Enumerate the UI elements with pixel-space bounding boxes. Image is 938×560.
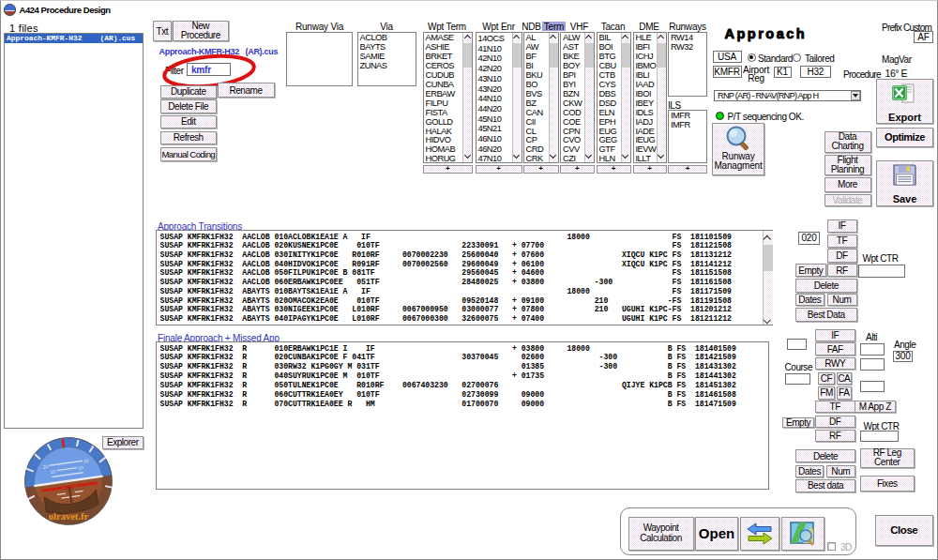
svg-text:10: 10 [78, 464, 84, 471]
svg-text:20: 20 [42, 463, 49, 470]
svg-text:olravet.fr: olravet.fr [49, 511, 89, 522]
svg-text:10: 10 [50, 468, 56, 475]
svg-text:20: 20 [83, 458, 90, 464]
